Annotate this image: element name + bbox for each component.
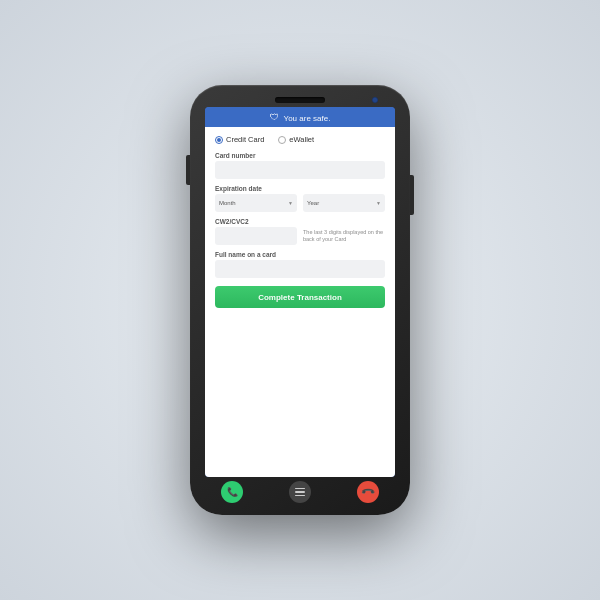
camera — [372, 97, 378, 103]
month-select[interactable]: Month ▼ — [215, 194, 297, 212]
call-icon: 📞 — [227, 487, 238, 497]
phone-bottom-bar: 📞 📞 — [198, 477, 402, 505]
expiry-group: Expiration date Month ▼ Year ▼ — [215, 185, 385, 212]
tab-credit-card[interactable]: Credit Card — [215, 135, 264, 144]
month-arrow-icon: ▼ — [288, 200, 293, 206]
radio-dot-selected — [217, 138, 221, 142]
expiry-label: Expiration date — [215, 185, 385, 192]
year-arrow-icon: ▼ — [376, 200, 381, 206]
shield-icon: 🛡 — [270, 113, 280, 123]
month-placeholder: Month — [219, 200, 236, 206]
cvc-group: CW2/CVC2 The last 3 digits displayed on … — [215, 218, 385, 245]
complete-transaction-button[interactable]: Complete Transaction — [215, 286, 385, 308]
card-number-label: Card number — [215, 152, 385, 159]
safe-text: You are safe. — [284, 114, 331, 123]
screen-content: Credit Card eWallet Card number Expirati… — [205, 127, 395, 477]
fullname-label: Full name on a card — [215, 251, 385, 258]
card-number-group: Card number — [215, 152, 385, 179]
radio-credit-card[interactable] — [215, 136, 223, 144]
card-number-input[interactable] — [215, 161, 385, 179]
phone-device: 🛡 You are safe. Credit Card eWallet — [190, 85, 410, 515]
phone-top-bar — [198, 95, 402, 107]
ewallet-label: eWallet — [289, 135, 314, 144]
year-select[interactable]: Year ▼ — [303, 194, 385, 212]
radio-ewallet[interactable] — [278, 136, 286, 144]
payment-tabs: Credit Card eWallet — [215, 135, 385, 144]
credit-card-label: Credit Card — [226, 135, 264, 144]
cvc-input-wrap — [215, 227, 297, 245]
screen-header: 🛡 You are safe. — [205, 107, 395, 127]
end-call-icon: 📞 — [361, 485, 376, 500]
cvc-input[interactable] — [215, 227, 297, 245]
menu-line-3 — [295, 495, 305, 497]
speaker — [275, 97, 325, 103]
fullname-input[interactable] — [215, 260, 385, 278]
tab-ewallet[interactable]: eWallet — [278, 135, 314, 144]
screen: 🛡 You are safe. Credit Card eWallet — [205, 107, 395, 477]
cvc-row: The last 3 digits displayed on the back … — [215, 227, 385, 245]
fullname-group: Full name on a card — [215, 251, 385, 278]
menu-icon — [295, 488, 305, 497]
cvc-hint: The last 3 digits displayed on the back … — [303, 227, 385, 245]
year-placeholder: Year — [307, 200, 319, 206]
cvc-label: CW2/CVC2 — [215, 218, 385, 225]
menu-line-2 — [295, 491, 305, 493]
expiry-row: Month ▼ Year ▼ — [215, 194, 385, 212]
menu-button[interactable] — [289, 481, 311, 503]
call-button[interactable]: 📞 — [221, 481, 243, 503]
end-call-button[interactable]: 📞 — [357, 481, 379, 503]
menu-line-1 — [295, 488, 305, 490]
